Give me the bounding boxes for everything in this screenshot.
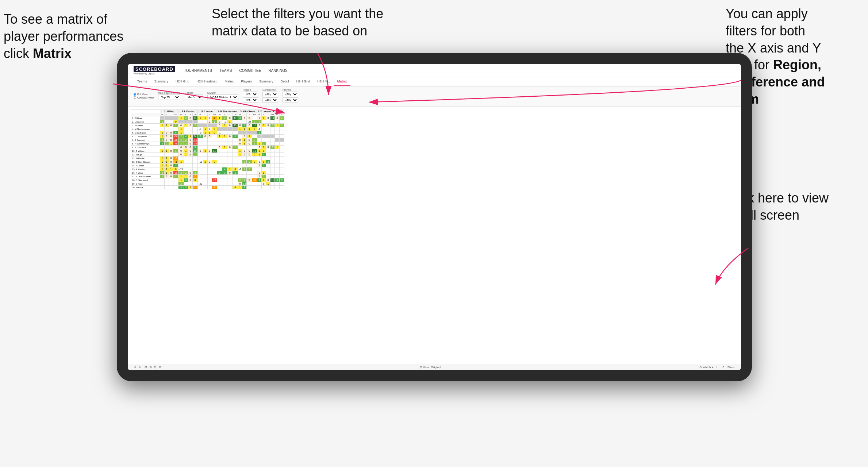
matrix-cell: 1 [238,127,242,131]
matrix-cell: 1 [203,127,207,131]
player-name-cell: 20. M Ford [131,186,160,189]
matrix-cell: 0 [165,131,169,135]
matrix-cell [238,135,242,138]
matrix-cell: 1 [184,175,188,178]
matrix-cell [207,186,212,189]
matrix-cell: 1 [188,186,192,189]
matrix-cell: 0 [247,142,252,146]
matrix-cell: 2 [238,178,242,182]
table-row: 4. M Thorbjornsen1-11001110-6 [131,127,284,131]
matrix-cell: 2 [242,160,247,164]
main-nav[interactable]: TOURNAMENTS TEAMS COMMITTEE RANKINGS [184,68,288,73]
fullscreen-icon[interactable]: ⛶ [716,366,719,369]
matrix-cell: 1 [165,160,169,164]
matrix-cell: 0 [233,186,238,189]
tab-matrix-1[interactable]: Matrix [221,77,238,86]
matrix-container[interactable]: 1. W Ding 2. L Clanton 3. J Koivun 4. M … [128,107,741,364]
tab-h2h-grid[interactable]: H2H Grid [172,77,193,86]
matrix-cell: 0 [238,142,242,146]
nav-committee[interactable]: COMMITTEE [239,68,261,73]
settings-icon[interactable]: ⚙ [149,366,152,369]
matrix-cell: 1 [247,135,252,138]
matrix-cell [252,167,257,171]
tab-summary-2[interactable]: Summary [256,77,277,86]
matrix-cell [207,171,212,175]
conference-select-1[interactable]: (All) [262,92,278,97]
region-select-2[interactable]: N/A [243,97,258,103]
matrix-cell: 2 [280,124,284,127]
tab-players[interactable]: Players [237,77,256,86]
matrix-cell [217,157,222,160]
matrix-cell [270,127,275,131]
matrix-cell: 6 [173,131,178,135]
matrix-cell: 1 [188,135,192,138]
player-name-cell: 2. L Clanton [131,120,160,124]
tab-teams[interactable]: Teams [134,77,151,86]
tab-summary[interactable]: Summary [151,77,172,86]
matrix-cell: 2 [262,175,266,178]
view-original-button[interactable]: ⊞ View: Original [420,366,441,369]
zoom-icon[interactable]: ⊞ [145,366,147,369]
matrix-cell [198,138,203,142]
gender-select[interactable]: Men's [185,94,203,100]
matrix-cell: 0 [165,138,169,142]
matrix-cell [203,142,207,146]
undo-button[interactable]: ↺ [134,366,136,369]
share-button[interactable]: Share [727,366,735,369]
matrix-cell [252,116,257,120]
matrix-cell [169,146,173,149]
link-icon[interactable]: ⊕ [159,366,161,369]
matrix-cell [227,178,233,182]
player-name-cell: 5. M La Sasso [131,131,160,135]
matrix-cell [252,131,257,135]
matrix-cell [173,116,178,120]
matrix-cell: 0 [227,116,233,120]
max-players-select[interactable]: Top 25 [158,94,180,100]
matrix-cell: 0 [188,153,192,157]
matrix-cell: 1 [165,164,169,167]
matrix-cell [222,186,227,189]
matrix-cell: 2 [184,138,188,142]
nav-rankings[interactable]: RANKINGS [268,68,287,73]
matrix-cell [252,157,257,160]
tab-detail[interactable]: Detail [277,77,293,86]
matrix-cell [270,120,275,124]
nav-tournaments[interactable]: TOURNAMENTS [184,68,212,73]
division-select[interactable]: NCAA Division I [207,94,238,100]
matrix-cell [222,153,227,157]
redo-button[interactable]: ↻ [139,366,142,369]
nav-teams[interactable]: TEAMS [219,68,232,73]
matrix-cell: 0 [247,153,252,157]
watch-button[interactable]: ⊙ Watch ▾ [699,366,713,369]
tab-matrix-active[interactable]: Matrix [334,77,351,86]
matrix-cell [212,164,217,167]
players-select-1[interactable]: (All) [283,92,298,97]
matrix-cell: 0 [188,178,192,182]
matrix-cell: 0 [247,124,252,127]
matrix-cell [188,164,192,167]
matrix-cell [173,186,178,189]
grid-icon[interactable]: ⊟ [154,366,157,369]
tab-h2h-h[interactable]: H2H H... [314,77,334,86]
conference-select-2[interactable]: (All) [262,97,278,103]
matrix-cell: 0 [169,164,173,167]
tab-h2h-grid-2[interactable]: H2H Grid [293,77,314,86]
share-icon[interactable]: ↗ [722,366,725,369]
matrix-cell: 1 [165,171,169,175]
full-view-radio[interactable]: Full View [134,93,154,96]
matrix-cell [247,175,252,178]
compact-view-radio[interactable]: Compact View [134,96,154,99]
view-options: Full View Compact View [134,93,154,99]
col-header-7: 7. G Sa [275,110,284,113]
players-select-2[interactable]: (All) [283,97,298,103]
matrix-cell: 1 [222,135,227,138]
matrix-cell: 2 [184,142,188,146]
player-name-cell: 11. M Ege [131,153,160,157]
matrix-cell [238,171,242,175]
region-select-1[interactable]: N/A [243,92,258,97]
matrix-cell: 0 [227,135,233,138]
matrix-cell: 2 [247,160,252,164]
player-name-cell: 12. M Riedel [131,157,160,160]
tab-h2h-heatmap[interactable]: H2H Heatmap [193,77,221,86]
matrix-cell: 0 [252,160,257,164]
